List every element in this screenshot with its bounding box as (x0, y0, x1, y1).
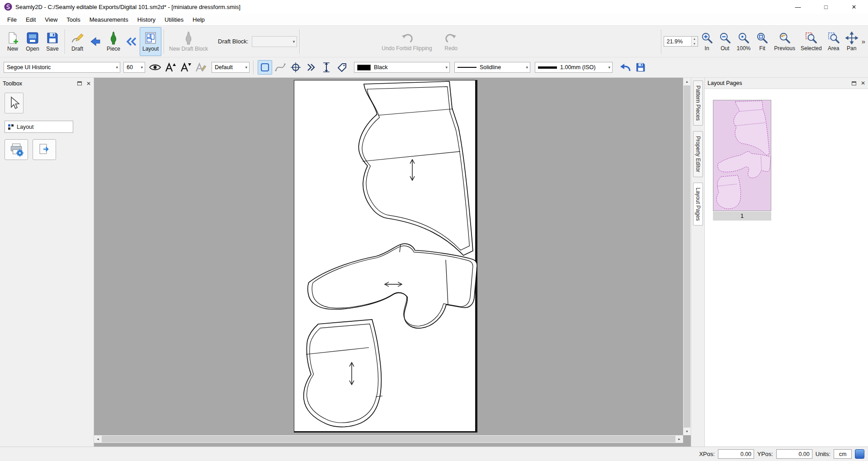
menu-utilities[interactable]: Utilities (160, 14, 188, 25)
zoom-fit-button[interactable]: Fit (753, 27, 771, 56)
layout-canvas[interactable]: ◄ ► ▲ ▼ (94, 78, 691, 447)
internal-path-tool-button[interactable] (304, 60, 318, 75)
layout-settings-tool-button[interactable] (5, 139, 28, 160)
float-panel-icon[interactable] (852, 81, 856, 85)
color-swatch (357, 65, 371, 71)
zoom-100-button[interactable]: 100% (734, 27, 754, 56)
line-width-combobox[interactable]: 1.00mm (ISO) ▾ (535, 62, 613, 73)
anchor-point-tool-button[interactable] (288, 60, 303, 75)
increase-font-button[interactable] (163, 60, 178, 75)
zoom-previous-button[interactable]: Previous (771, 27, 798, 56)
zoom-spin-down-button[interactable]: ▼ (692, 42, 698, 47)
scroll-down-icon[interactable]: ▼ (683, 428, 691, 435)
line-type-combobox[interactable]: Solidline ▾ (454, 62, 530, 73)
zoom-spinbox[interactable]: 21.9% ▲ ▼ (664, 36, 698, 47)
piece-mode-button[interactable]: Piece (104, 27, 123, 56)
float-panel-icon[interactable] (77, 81, 82, 85)
undo-forbid-flipping-button[interactable]: Undo Forbid Flipping (379, 27, 434, 56)
export-layout-tool-button[interactable] (33, 139, 56, 160)
zoom-area-icon (827, 32, 840, 44)
xpos-label: XPos: (699, 451, 715, 457)
zoom-spin-up-button[interactable]: ▲ (692, 37, 698, 42)
dock-tab-strip: Pattern Pieces Property Editor Layout Pa… (691, 78, 704, 447)
font-size-combobox[interactable]: 60 ▾ (123, 62, 145, 73)
export-page-icon (38, 143, 51, 156)
scroll-left-icon[interactable]: ◄ (94, 435, 102, 443)
pattern-piece-middle[interactable] (308, 244, 477, 328)
format-toolbar: Segoe UI Historic ▾ 60 ▾ (0, 57, 868, 78)
layout-page-thumbnail[interactable]: 1 (713, 100, 771, 221)
tab-layout-pages[interactable]: Layout Pages (693, 183, 703, 226)
scene-info-icon[interactable] (855, 449, 864, 459)
menu-view[interactable]: View (40, 14, 62, 25)
chevron-down-icon: ▾ (606, 65, 612, 70)
tab-property-editor[interactable]: Property Editor (693, 131, 703, 177)
title-bar: Seamly2D - C:/Seamly editable Exports/Di… (0, 0, 868, 14)
font-family-combobox[interactable]: Segoe UI Historic ▾ (4, 62, 120, 73)
menu-tools[interactable]: Tools (62, 14, 85, 25)
line-type-sample (458, 67, 476, 68)
minimize-button[interactable]: — (784, 0, 812, 14)
scroll-up-icon[interactable]: ▲ (683, 78, 691, 85)
chevron-down-icon: ▾ (443, 65, 449, 70)
open-button[interactable]: Open (23, 27, 42, 56)
draft-mode-button[interactable]: Draft (67, 27, 87, 56)
switch-mode-double-arrow-button[interactable] (123, 27, 140, 56)
zoom-area-button[interactable]: Area (825, 27, 843, 56)
draft-block-combobox[interactable]: ▾ (252, 36, 297, 47)
toolbar-overflow-button[interactable]: » (862, 38, 865, 45)
pattern-piece-bottom[interactable] (304, 320, 382, 427)
save-button[interactable]: Save (42, 27, 62, 56)
toolbox-layout-section[interactable]: Layout (5, 121, 73, 133)
vertical-scrollbar[interactable]: ▲ ▼ (683, 78, 691, 435)
window-controls: — □ ✕ (784, 0, 868, 14)
menu-history[interactable]: History (133, 14, 160, 25)
menu-file[interactable]: File (3, 14, 21, 25)
line-color-combobox[interactable]: Black ▾ (354, 62, 450, 73)
zoom-in-icon (701, 32, 713, 44)
undo-icon (400, 32, 414, 44)
switch-to-draft-arrow-button[interactable] (87, 27, 104, 56)
edit-label-template-button[interactable] (194, 60, 208, 75)
new-button[interactable]: New (3, 27, 23, 56)
maximize-button[interactable]: □ (812, 0, 840, 14)
label-template-combobox[interactable]: Default ▾ (212, 62, 250, 73)
save-floppy-icon (46, 31, 59, 45)
xpos-value: 0.00 (718, 449, 754, 459)
save-attributes-button[interactable] (633, 60, 648, 75)
tab-pattern-pieces[interactable]: Pattern Pieces (693, 80, 703, 126)
font-increase-icon (165, 62, 176, 73)
toolbar-separator (164, 29, 164, 54)
close-button[interactable]: ✕ (840, 0, 868, 14)
toolbar-separator (299, 29, 300, 54)
zoom-pan-button[interactable]: Pan (843, 27, 861, 56)
layout-page-number: 1 (713, 212, 771, 221)
zoom-selected-button[interactable]: Selected (798, 27, 825, 56)
app-logo-icon (4, 3, 12, 11)
new-draft-block-button[interactable]: New Draft Block (166, 27, 211, 56)
zoom-selected-icon (805, 32, 817, 44)
vertical-scroll-thumb[interactable] (684, 85, 690, 428)
horizontal-scroll-thumb[interactable] (102, 436, 675, 442)
decrease-font-button[interactable] (179, 60, 193, 75)
layout-mode-button[interactable]: Layout (140, 27, 161, 56)
arrow-select-tool-button[interactable] (5, 93, 24, 113)
zoom-out-button[interactable]: Out (716, 27, 734, 56)
menu-edit[interactable]: Edit (21, 14, 40, 25)
label-tool-button[interactable] (335, 60, 349, 75)
show-labels-button[interactable] (148, 60, 162, 75)
curve-tool-button[interactable] (273, 60, 288, 75)
union-tool-button[interactable] (258, 60, 272, 75)
grainline-tool-button[interactable] (319, 60, 334, 75)
pattern-piece-top[interactable] (359, 81, 473, 255)
menu-bar: File Edit View Tools Measurements Histor… (0, 14, 868, 26)
reset-attributes-button[interactable] (618, 60, 632, 75)
zoom-in-button[interactable]: In (698, 27, 716, 56)
horizontal-scrollbar[interactable]: ◄ ► (94, 435, 683, 443)
close-panel-icon[interactable]: ✕ (86, 81, 91, 86)
redo-button[interactable]: Redo (441, 27, 461, 56)
scroll-right-icon[interactable]: ► (675, 435, 683, 443)
menu-help[interactable]: Help (188, 14, 209, 25)
close-panel-icon[interactable]: ✕ (861, 80, 865, 86)
menu-measurements[interactable]: Measurements (85, 14, 133, 25)
